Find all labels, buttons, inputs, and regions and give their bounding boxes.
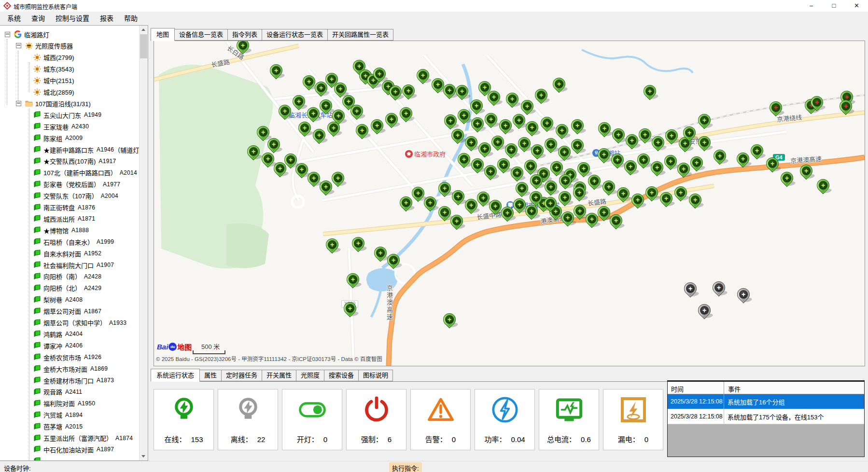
tree-group-road107[interactable]: 107国道沿线(31/31) <box>0 97 91 109</box>
tree-device-item[interactable]: ★博物馆A1888 <box>0 224 89 236</box>
tree-device-item[interactable]: ★建新中路路口东A1946（辅道灯） <box>0 144 145 155</box>
tree-device-item[interactable]: 鸿鹤路A2404 <box>0 328 83 340</box>
flag-icon <box>33 272 41 280</box>
tab-图标说明[interactable]: 图标说明 <box>358 370 393 381</box>
tree-device-item[interactable]: 烟草公司对面A1867 <box>0 305 101 317</box>
tree-device-item[interactable]: 金桥建材市场门口A1873 <box>0 375 114 386</box>
event-row[interactable]: 2025/3/28 12:15:08系统加载了175个设备，在线153个 <box>668 409 864 424</box>
scroll-down-arrow-icon[interactable] <box>140 452 148 460</box>
marker-plus-icon: + <box>575 207 584 215</box>
tree-sensor-item[interactable]: 城东(3543) <box>0 63 74 75</box>
tree-device-item[interactable]: 向阳桥（南）A2428 <box>0 271 101 282</box>
tree-device-item[interactable]: 五里派出所（富源汽配）A1874 <box>0 432 133 444</box>
marker-plus-icon: + <box>309 109 318 118</box>
marker-plus-icon: + <box>613 155 622 164</box>
tab-开关回路属性一览表[interactable]: 开关回路属性一览表 <box>327 29 393 41</box>
menu-查询[interactable]: 查询 <box>26 12 50 25</box>
marker-plus-icon: + <box>573 121 582 130</box>
marker-plus-icon: + <box>614 130 623 139</box>
flag-icon <box>33 376 41 385</box>
marker-plus-icon: + <box>612 216 620 225</box>
tree-device-item[interactable]: 谭家冲A2406 <box>0 340 83 351</box>
marker-plus-icon: + <box>315 131 323 139</box>
tree-sensor-item[interactable]: 城中(2151) <box>0 75 74 86</box>
menu-报表[interactable]: 报表 <box>95 12 119 25</box>
tree-device-item[interactable]: 107北（建新中路路口西）A2014 <box>0 167 137 179</box>
flag-icon <box>33 215 41 223</box>
tree-device-item[interactable]: ★交警队西(107南)A1917 <box>0 155 116 167</box>
scrollbar-thumb[interactable] <box>140 34 147 58</box>
minimize-button[interactable]: – <box>800 0 823 12</box>
menu-系统[interactable]: 系统 <box>2 12 26 25</box>
tree-device-item[interactable]: 南正街转盘A1876 <box>0 202 95 213</box>
marker-plus-icon: + <box>633 195 642 204</box>
tree-device-item[interactable]: 金桥大市场对面A1869 <box>0 363 108 375</box>
map-scale-bar <box>193 350 225 354</box>
tab-搜索设备[interactable]: 搜索设备 <box>324 370 359 381</box>
tree-device-item[interactable]: 梨树巷A2408 <box>0 294 83 305</box>
tab-指令列表[interactable]: 指令列表 <box>227 29 262 41</box>
tree-device-item[interactable]: 福利院对面A1950 <box>0 398 95 409</box>
tree-device-item[interactable]: 王家珑巷A2430 <box>0 121 89 132</box>
tree-device-item[interactable]: 城西派出所A1871 <box>0 213 95 224</box>
tree-device-item[interactable]: 彭家巷（党校后面）A1977 <box>0 179 120 190</box>
tree-device-item[interactable]: 社会福利院大门口A1907 <box>0 259 114 271</box>
tab-设备运行状态一览表[interactable]: 设备运行状态一览表 <box>262 29 328 41</box>
marker-plus-icon: + <box>294 97 303 106</box>
tree-group-sensors[interactable]: 光照度传感器 <box>0 40 73 52</box>
maximize-button[interactable]: □ <box>823 0 845 12</box>
tree-device-item[interactable]: 汽贸城A1894 <box>0 409 83 421</box>
marker-plus-icon: + <box>346 304 354 313</box>
tree-device-item[interactable]: 芭茅塘A2015 <box>0 421 83 432</box>
close-button[interactable]: ✕ <box>845 0 868 12</box>
map-attribution: © 2025 Baidu - GS(2023)3206号 - 甲测资字11111… <box>156 355 382 362</box>
scroll-up-arrow-icon[interactable] <box>140 26 148 34</box>
tab-地图[interactable]: 地图 <box>151 28 175 41</box>
marker-plus-icon: + <box>662 194 671 203</box>
event-table-header: 时间 事件 <box>668 382 864 394</box>
tree-device-item[interactable]: 陈家组A2009 <box>0 132 83 144</box>
device-tree-panel: 临湘路灯光照度传感器城西(2799)城东(3543)城中(2151)城北(285… <box>0 25 148 461</box>
menu-帮助[interactable]: 帮助 <box>119 12 143 25</box>
marker-plus-icon: + <box>653 163 661 172</box>
marker-plus-icon: + <box>264 154 272 163</box>
event-row[interactable]: 2025/3/28 12:15:08系统加载了16个分组 <box>668 394 864 409</box>
marker-plus-icon: + <box>446 116 455 125</box>
tree-device-item[interactable]: 向阳桥（北）A2429 <box>0 282 101 294</box>
collapse-toggle-icon[interactable] <box>16 43 21 48</box>
tab-设备信息一览表[interactable]: 设备信息一览表 <box>174 29 228 41</box>
tree-device-item[interactable]: 观音路A2411 <box>0 386 82 398</box>
tab-开关属性[interactable]: 开关属性 <box>262 370 296 381</box>
tree-device-item[interactable]: 自来水斜对面A1952 <box>0 248 101 259</box>
flag-icon <box>33 319 41 327</box>
marker-plus-icon: + <box>639 155 648 164</box>
tree-device-item[interactable]: 石咀桥（自来水）A1999 <box>0 236 114 248</box>
map-canvas[interactable]: 长白路 长盛路 长安东路 京港绕线 G4 京港澳高速 港澳高速 京港澳高速 长盛… <box>154 41 865 366</box>
tree-device-item[interactable]: 金桥农贸市场A1926 <box>0 351 101 363</box>
tab-系统运行状态[interactable]: 系统运行状态 <box>151 369 200 382</box>
tab-光照度[interactable]: 光照度 <box>296 370 324 381</box>
event-text: 系统加载了175个设备，在线153个 <box>724 409 864 424</box>
tab-定时器任务[interactable]: 定时器任务 <box>221 370 262 381</box>
marker-plus-icon: + <box>647 188 656 197</box>
marker-plus-icon: + <box>543 119 551 127</box>
tree-device-item[interactable]: 中石化加油站对面A1897 <box>0 444 114 455</box>
tree-root[interactable]: 临湘路灯 <box>0 28 49 40</box>
flag-icon <box>33 365 41 373</box>
marker-plus-icon: + <box>434 80 442 89</box>
marker-plus-icon: + <box>334 174 342 182</box>
tree-sensor-item[interactable]: 城西(2799) <box>0 52 74 63</box>
tree-sensor-item[interactable]: 城北(2859) <box>0 86 74 98</box>
collapse-toggle-icon[interactable] <box>16 101 21 106</box>
tab-属性[interactable]: 属性 <box>199 370 222 381</box>
collapse-toggle-icon[interactable] <box>5 32 10 37</box>
tree-device-item[interactable]: 烟草公司（求知中学）A1933 <box>0 317 126 329</box>
marker-plus-icon: + <box>329 124 338 132</box>
tree-scrollbar[interactable] <box>139 26 148 460</box>
marker-plus-icon: + <box>561 176 570 185</box>
tree-device-item[interactable]: 五尖山大门东A1949 <box>0 109 101 121</box>
tree-device-item[interactable]: 交警队东（107南）A2004 <box>0 190 118 202</box>
tree-device-item[interactable] <box>0 455 41 460</box>
flag-icon <box>33 295 41 304</box>
menu-控制与设置[interactable]: 控制与设置 <box>50 12 95 25</box>
